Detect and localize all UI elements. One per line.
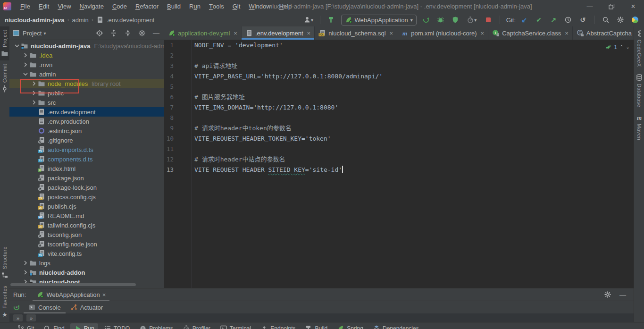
close-icon[interactable]: × [307, 30, 311, 37]
settings-button[interactable] [137, 28, 147, 38]
tree-file-row[interactable]: tsconfig.json [9, 230, 164, 239]
stripe-tab-commit[interactable]: Commit [0, 60, 9, 96]
stripe-tab-maven[interactable]: mMaven [634, 110, 644, 143]
tree-file-row[interactable]: JSpostcss.config.cjs [9, 192, 164, 202]
tree-folder-row[interactable]: .mvn [9, 60, 164, 69]
close-icon[interactable]: × [102, 291, 106, 298]
chevron-right-icon[interactable] [22, 51, 29, 59]
menu-file[interactable]: File [16, 0, 34, 13]
editor-tab[interactable]: application-dev.yml× [164, 26, 242, 40]
coverage-button[interactable] [450, 15, 460, 25]
toolwindow-button-problems[interactable]: Problems [135, 323, 177, 329]
chevron-right-icon[interactable] [22, 259, 29, 267]
git-push-button[interactable]: ↗ [548, 15, 559, 25]
chevron-right-icon[interactable] [30, 80, 38, 87]
toolwindow-button-git[interactable]: Git [13, 323, 38, 329]
menu-git[interactable]: Git [228, 0, 245, 13]
toolwindow-button-dependencies[interactable]: Dependencies [369, 323, 423, 329]
run-tab[interactable]: WebAppApplication × [33, 288, 109, 301]
tree-file-row[interactable]: .env.production [9, 117, 164, 126]
project-panel-title[interactable]: Project [23, 30, 42, 37]
toolwindow-button-todo[interactable]: TODO [100, 323, 134, 329]
git-history-button[interactable] [563, 15, 573, 25]
tree-file-row[interactable]: MDREADME.md [9, 211, 164, 220]
menu-edit[interactable]: Edit [34, 0, 53, 13]
debug-button[interactable] [435, 15, 446, 25]
tree-file-row[interactable]: TSauto-imports.d.ts [9, 145, 164, 154]
tree-file-row[interactable]: .env.development [9, 107, 164, 117]
tree-folder-row[interactable]: admin [9, 69, 164, 79]
tree-file-row[interactable]: .gitignore [9, 135, 164, 145]
menu-refactor[interactable]: Refactor [131, 0, 163, 13]
chevron-right-icon[interactable] [22, 61, 29, 68]
editor-tab[interactable]: mpom.xml (niucloud-core)× [397, 26, 488, 40]
toolwindow-button-endpoints[interactable]: Endpoints [257, 323, 299, 329]
tree-file-row[interactable]: tsconfig.node.json [9, 239, 164, 249]
editor-tab[interactable]: ICaptchaService.class× [488, 26, 573, 40]
plugin-sphere-button[interactable] [630, 15, 640, 25]
stripe-tab-favorites[interactable]: Favorites★ [0, 282, 9, 322]
minimize-button[interactable]: — [579, 0, 601, 13]
toolwindow-button-run[interactable]: Run [70, 323, 98, 329]
toolwindow-button-terminal[interactable]: Terminal [216, 323, 255, 329]
chevron-down-icon[interactable]: ▾ [43, 31, 46, 36]
user-icon[interactable]: ▾ [303, 15, 314, 25]
stripe-tab-codegeex[interactable]: CodeGeeX [634, 26, 644, 70]
menu-view[interactable]: View [53, 0, 75, 13]
restore-button[interactable] [601, 0, 622, 13]
tree-file-row[interactable]: Hindex.html [9, 164, 164, 173]
chevron-right-icon[interactable] [30, 99, 38, 106]
stop-button[interactable] [483, 15, 493, 25]
horizontal-scrollbar[interactable] [10, 283, 136, 286]
close-icon[interactable]: × [481, 30, 485, 37]
next-problem-icon[interactable]: ⌄ [626, 42, 630, 52]
close-icon[interactable]: × [565, 30, 569, 37]
chevron-right-icon[interactable] [22, 269, 29, 276]
editor-tab[interactable]: .env.development× [242, 26, 315, 40]
overflow-chevrons-button[interactable]: » [13, 314, 23, 321]
toolwindow-button-find[interactable]: Find [40, 323, 68, 329]
view-tab-actuator[interactable]: Actuator [66, 301, 108, 313]
hide-button[interactable]: — [151, 28, 161, 38]
editor-tab[interactable]: CAbstractCaptcha [573, 26, 636, 40]
breadcrumb-item[interactable]: admin [72, 17, 88, 24]
expand-all-button[interactable] [109, 28, 119, 38]
menu-navigate[interactable]: Navigate [75, 0, 108, 13]
hide-button[interactable]: — [618, 289, 628, 300]
tree-file-row[interactable]: TSvite.config.ts [9, 249, 164, 258]
close-button[interactable]: × [622, 0, 644, 13]
tree-file-row[interactable]: .eslintrc.json [9, 126, 164, 135]
tree-file-row[interactable]: JSpublish.cjs [9, 202, 164, 211]
tree-file-row[interactable]: JStailwind.config.cjs [9, 220, 164, 230]
run-configuration-combo[interactable]: WebAppApplication ▾ [341, 15, 417, 25]
view-tab-console[interactable]: Console [24, 301, 66, 313]
menu-code[interactable]: Code [108, 0, 131, 13]
stripe-tab-project[interactable]: Project [0, 26, 9, 60]
build-hammer-icon[interactable] [326, 15, 337, 25]
rerun-button[interactable] [421, 15, 431, 25]
breadcrumb-item[interactable]: .env.development [107, 17, 155, 24]
toolwindow-button-build[interactable]: Build [301, 323, 332, 329]
chevron-down-icon[interactable] [22, 70, 29, 78]
close-icon[interactable]: × [390, 30, 393, 37]
menu-tools[interactable]: Tools [205, 0, 228, 13]
close-icon[interactable]: × [234, 30, 237, 37]
tree-folder-row[interactable]: public [9, 88, 164, 98]
editor-tab[interactable]: SQLniucloud_schema.sql× [315, 26, 397, 40]
rerun-button[interactable] [9, 304, 24, 311]
tree-folder-row[interactable]: niucloud-admin-javaF:\studyjava\niucloud… [9, 41, 164, 51]
locate-button[interactable] [94, 28, 105, 38]
toolwindow-button-profiler[interactable]: Profiler [179, 323, 214, 329]
settings-button[interactable] [602, 289, 613, 300]
tree-folder-row[interactable]: .idea [9, 51, 164, 60]
breadcrumb-item[interactable]: niucloud-admin-java [5, 17, 64, 24]
toolwindow-button-spring[interactable]: Spring [333, 323, 367, 329]
search-everywhere-button[interactable] [601, 15, 611, 25]
git-commit-button[interactable]: ✔ [534, 15, 544, 25]
tree-file-row[interactable]: package-lock.json [9, 183, 164, 192]
menu-build[interactable]: Build [163, 0, 185, 13]
overflow-chevrons-button[interactable]: » [26, 314, 36, 321]
profiler-button[interactable]: ▾ [465, 15, 479, 25]
menu-run[interactable]: Run [185, 0, 205, 13]
tree-folder-row[interactable]: niucloud-addon [9, 268, 164, 277]
